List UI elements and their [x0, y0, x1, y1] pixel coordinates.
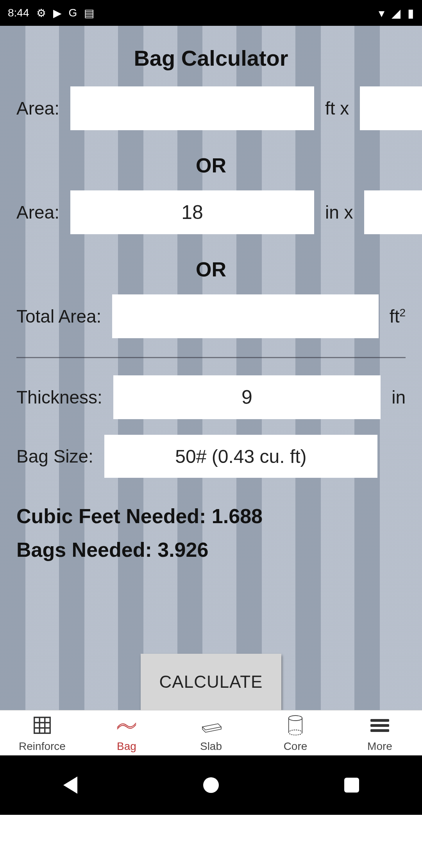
area-ft-length-input[interactable] [360, 86, 422, 130]
thickness-unit: in [392, 387, 406, 408]
calculate-button[interactable]: CALCULATE [141, 654, 281, 710]
area-in-width-input[interactable] [70, 190, 314, 234]
tab-more[interactable]: More [338, 710, 422, 755]
bag-icon [115, 714, 138, 737]
status-time: 8:44 [8, 7, 29, 19]
section-divider [16, 357, 406, 358]
area-in-length-input[interactable] [364, 190, 422, 234]
area-in-sep: in x [325, 202, 353, 223]
cylinder-icon [287, 714, 304, 737]
cubic-feet-result: Cubic Feet Needed: 1.688 [16, 504, 406, 528]
wifi-icon: ▾ [379, 6, 384, 20]
thickness-input[interactable] [113, 375, 381, 419]
tab-label: More [367, 740, 392, 753]
gear-icon: ⚙ [36, 7, 46, 20]
svg-rect-4 [370, 729, 389, 732]
area-ft-label: Area: [16, 98, 59, 119]
tab-core[interactable]: Core [253, 710, 338, 755]
area-ft-sep: ft x [325, 98, 349, 119]
area-ft-row: Area: ft x ft [16, 86, 406, 130]
system-nav-bar [0, 755, 422, 815]
page-title: Bag Calculator [0, 26, 422, 86]
bag-size-label: Bag Size: [16, 446, 93, 467]
svg-point-1 [289, 730, 302, 735]
nav-recent-button[interactable] [328, 771, 375, 799]
nav-back-button[interactable] [47, 771, 94, 799]
svg-rect-3 [370, 724, 389, 727]
home-icon [203, 777, 219, 793]
sd-card-icon: ▤ [84, 7, 94, 20]
total-area-label: Total Area: [16, 306, 101, 327]
tab-slab[interactable]: Slab [169, 710, 253, 755]
area-in-label: Area: [16, 202, 59, 223]
tab-label: Reinforce [19, 740, 66, 753]
shield-play-icon: ▶ [53, 7, 62, 20]
status-bar: 8:44 ⚙ ▶ G ▤ ▾ ◢ ▮ [0, 0, 422, 26]
bag-size-row: Bag Size: 50# (0.43 cu. ft) [16, 435, 406, 478]
or-separator-1: OR [16, 154, 406, 177]
tab-bag[interactable]: Bag [84, 710, 169, 755]
tab-reinforce[interactable]: Reinforce [0, 710, 84, 755]
area-ft-width-input[interactable] [70, 86, 314, 130]
total-area-row: Total Area: ft2 [16, 294, 406, 338]
total-area-unit: ft2 [390, 306, 406, 327]
tab-label: Bag [117, 740, 136, 753]
tab-label: Slab [200, 740, 222, 753]
thickness-row: Thickness: in [16, 375, 406, 419]
thickness-label: Thickness: [16, 387, 102, 408]
g-circle-icon: G [69, 7, 77, 19]
area-in-row: Area: in x in [16, 190, 406, 234]
cell-signal-icon: ◢ [392, 6, 401, 20]
svg-point-0 [289, 716, 302, 721]
grid-icon [32, 714, 53, 737]
total-area-input[interactable] [112, 294, 379, 338]
battery-icon: ▮ [408, 6, 414, 20]
back-icon [63, 777, 77, 794]
nav-home-button[interactable] [188, 771, 234, 799]
slab-icon [199, 714, 223, 737]
bottom-tab-bar: Reinforce Bag Slab Core More [0, 710, 422, 755]
or-separator-2: OR [16, 258, 406, 281]
tab-label: Core [284, 740, 308, 753]
recent-icon [344, 778, 359, 793]
app-content: Bag Calculator Area: ft x ft OR Area: in… [0, 26, 422, 755]
bag-size-select[interactable]: 50# (0.43 cu. ft) [104, 435, 377, 478]
svg-rect-2 [370, 719, 389, 722]
bags-needed-result: Bags Needed: 3.926 [16, 538, 406, 561]
menu-icon [370, 714, 389, 737]
